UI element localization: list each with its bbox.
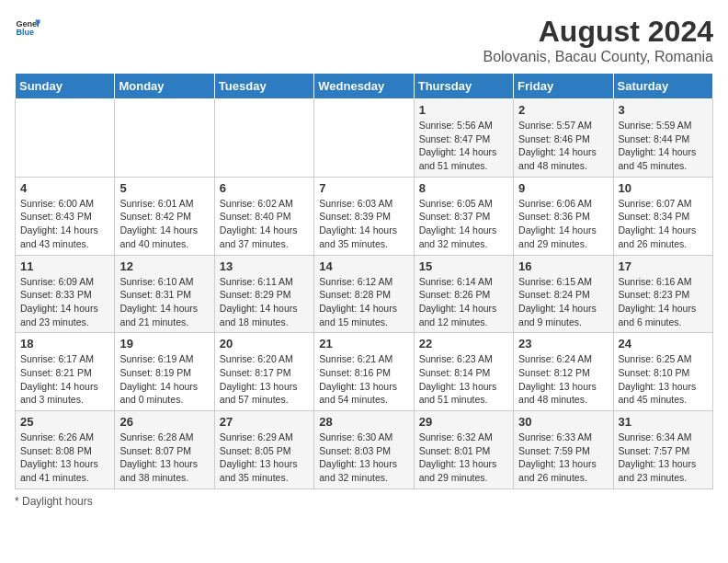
day-header-wednesday: Wednesday: [314, 74, 414, 99]
main-title: August 2024: [483, 15, 713, 49]
day-info: Sunrise: 6:30 AMSunset: 8:03 PMDaylight:…: [319, 431, 408, 485]
day-info: Sunrise: 6:02 AMSunset: 8:40 PMDaylight:…: [220, 197, 309, 251]
day-number: 4: [20, 181, 109, 195]
calendar-cell: 3Sunrise: 5:59 AMSunset: 8:44 PMDaylight…: [613, 99, 712, 178]
day-number: 2: [518, 103, 608, 117]
day-header-saturday: Saturday: [613, 74, 712, 99]
day-number: 31: [619, 415, 708, 429]
week-row-2: 4Sunrise: 6:00 AMSunset: 8:43 PMDaylight…: [16, 177, 713, 255]
day-info: Sunrise: 6:25 AMSunset: 8:10 PMDaylight:…: [619, 352, 708, 407]
calendar-cell: 4Sunrise: 6:00 AMSunset: 8:43 PMDaylight…: [16, 177, 115, 255]
week-row-5: 25Sunrise: 6:26 AMSunset: 8:08 PMDayligh…: [16, 411, 713, 489]
calendar-cell: [16, 99, 115, 178]
day-number: 26: [119, 415, 209, 429]
day-info: Sunrise: 6:17 AMSunset: 8:21 PMDaylight:…: [20, 352, 109, 407]
day-number: 29: [419, 415, 508, 429]
day-number: 12: [119, 259, 209, 273]
calendar-cell: 18Sunrise: 6:17 AMSunset: 8:21 PMDayligh…: [16, 333, 115, 411]
day-header-monday: Monday: [115, 74, 214, 99]
calendar-cell: 25Sunrise: 6:26 AMSunset: 8:08 PMDayligh…: [16, 411, 115, 489]
day-info: Sunrise: 6:20 AMSunset: 8:17 PMDaylight:…: [220, 352, 309, 407]
calendar-cell: 30Sunrise: 6:33 AMSunset: 7:59 PMDayligh…: [514, 411, 613, 489]
day-info: Sunrise: 6:23 AMSunset: 8:14 PMDaylight:…: [419, 352, 508, 407]
calendar-cell: 28Sunrise: 6:30 AMSunset: 8:03 PMDayligh…: [314, 411, 414, 489]
week-row-4: 18Sunrise: 6:17 AMSunset: 8:21 PMDayligh…: [16, 333, 713, 411]
day-info: Sunrise: 6:21 AMSunset: 8:16 PMDaylight:…: [319, 352, 408, 407]
day-number: 8: [419, 181, 508, 195]
day-number: 24: [619, 337, 708, 350]
day-number: 3: [619, 103, 708, 117]
day-number: 13: [220, 259, 309, 273]
day-number: 1: [419, 103, 508, 117]
calendar-cell: 6Sunrise: 6:02 AMSunset: 8:40 PMDaylight…: [214, 177, 313, 255]
day-info: Sunrise: 6:28 AMSunset: 8:07 PMDaylight:…: [119, 431, 209, 485]
day-info: Sunrise: 6:33 AMSunset: 7:59 PMDaylight:…: [518, 431, 608, 485]
day-number: 10: [619, 181, 708, 195]
day-info: Sunrise: 6:29 AMSunset: 8:05 PMDaylight:…: [220, 431, 309, 485]
day-info: Sunrise: 6:32 AMSunset: 8:01 PMDaylight:…: [419, 431, 508, 485]
calendar: SundayMondayTuesdayWednesdayThursdayFrid…: [15, 73, 713, 489]
day-number: 18: [20, 337, 109, 350]
day-info: Sunrise: 6:01 AMSunset: 8:42 PMDaylight:…: [119, 197, 209, 251]
day-info: Sunrise: 6:24 AMSunset: 8:12 PMDaylight:…: [518, 352, 608, 407]
calendar-cell: 22Sunrise: 6:23 AMSunset: 8:14 PMDayligh…: [414, 333, 513, 411]
day-header-thursday: Thursday: [414, 74, 513, 99]
day-number: 27: [220, 415, 309, 429]
calendar-cell: 19Sunrise: 6:19 AMSunset: 8:19 PMDayligh…: [115, 333, 214, 411]
day-number: 17: [619, 259, 708, 273]
day-number: 6: [220, 181, 309, 195]
calendar-cell: 13Sunrise: 6:11 AMSunset: 8:29 PMDayligh…: [214, 255, 313, 333]
calendar-cell: 11Sunrise: 6:09 AMSunset: 8:33 PMDayligh…: [16, 255, 115, 333]
day-header-friday: Friday: [514, 74, 613, 99]
logo: General Blue: [15, 15, 40, 40]
day-number: 9: [518, 181, 608, 195]
calendar-cell: 17Sunrise: 6:16 AMSunset: 8:23 PMDayligh…: [613, 255, 712, 333]
days-header-row: SundayMondayTuesdayWednesdayThursdayFrid…: [16, 74, 713, 99]
day-number: 19: [119, 337, 209, 350]
day-header-sunday: Sunday: [16, 74, 115, 99]
day-info: Sunrise: 5:57 AMSunset: 8:46 PMDaylight:…: [518, 119, 608, 173]
calendar-cell: 8Sunrise: 6:05 AMSunset: 8:37 PMDaylight…: [414, 177, 513, 255]
day-number: 21: [319, 337, 408, 350]
day-info: Sunrise: 5:59 AMSunset: 8:44 PMDaylight:…: [619, 119, 708, 173]
day-number: 22: [419, 337, 508, 350]
calendar-cell: 10Sunrise: 6:07 AMSunset: 8:34 PMDayligh…: [613, 177, 712, 255]
calendar-cell: 5Sunrise: 6:01 AMSunset: 8:42 PMDaylight…: [115, 177, 214, 255]
day-number: 30: [518, 415, 608, 429]
day-number: 14: [319, 259, 408, 273]
calendar-cell: 14Sunrise: 6:12 AMSunset: 8:28 PMDayligh…: [314, 255, 414, 333]
calendar-cell: 27Sunrise: 6:29 AMSunset: 8:05 PMDayligh…: [214, 411, 313, 489]
day-info: Sunrise: 6:09 AMSunset: 8:33 PMDaylight:…: [20, 275, 109, 329]
calendar-cell: [115, 99, 214, 178]
day-number: 28: [319, 415, 408, 429]
day-info: Sunrise: 6:16 AMSunset: 8:23 PMDaylight:…: [619, 275, 708, 329]
day-info: Sunrise: 6:34 AMSunset: 7:57 PMDaylight:…: [619, 431, 708, 485]
calendar-cell: 31Sunrise: 6:34 AMSunset: 7:57 PMDayligh…: [613, 411, 712, 489]
logo-icon: General Blue: [15, 15, 40, 40]
calendar-cell: 23Sunrise: 6:24 AMSunset: 8:12 PMDayligh…: [514, 333, 613, 411]
calendar-cell: [214, 99, 313, 178]
calendar-cell: 21Sunrise: 6:21 AMSunset: 8:16 PMDayligh…: [314, 333, 414, 411]
calendar-cell: 29Sunrise: 6:32 AMSunset: 8:01 PMDayligh…: [414, 411, 513, 489]
calendar-cell: 1Sunrise: 5:56 AMSunset: 8:47 PMDaylight…: [414, 99, 513, 178]
footer-note: * Daylight hours: [15, 495, 713, 508]
day-header-tuesday: Tuesday: [214, 74, 313, 99]
day-number: 15: [419, 259, 508, 273]
calendar-cell: 2Sunrise: 5:57 AMSunset: 8:46 PMDaylight…: [514, 99, 613, 178]
day-info: Sunrise: 6:06 AMSunset: 8:36 PMDaylight:…: [518, 197, 608, 251]
subtitle: Bolovanis, Bacau County, Romania: [483, 49, 713, 65]
day-info: Sunrise: 6:14 AMSunset: 8:26 PMDaylight:…: [419, 275, 508, 329]
calendar-cell: 26Sunrise: 6:28 AMSunset: 8:07 PMDayligh…: [115, 411, 214, 489]
day-number: 25: [20, 415, 109, 429]
week-row-1: 1Sunrise: 5:56 AMSunset: 8:47 PMDaylight…: [16, 99, 713, 178]
calendar-cell: [314, 99, 414, 178]
day-info: Sunrise: 5:56 AMSunset: 8:47 PMDaylight:…: [419, 119, 508, 173]
calendar-cell: 16Sunrise: 6:15 AMSunset: 8:24 PMDayligh…: [514, 255, 613, 333]
day-number: 7: [319, 181, 408, 195]
svg-text:Blue: Blue: [16, 28, 34, 37]
day-info: Sunrise: 6:19 AMSunset: 8:19 PMDaylight:…: [119, 352, 209, 407]
day-number: 5: [119, 181, 209, 195]
day-info: Sunrise: 6:26 AMSunset: 8:08 PMDaylight:…: [20, 431, 109, 485]
day-info: Sunrise: 6:00 AMSunset: 8:43 PMDaylight:…: [20, 197, 109, 251]
calendar-cell: 24Sunrise: 6:25 AMSunset: 8:10 PMDayligh…: [613, 333, 712, 411]
